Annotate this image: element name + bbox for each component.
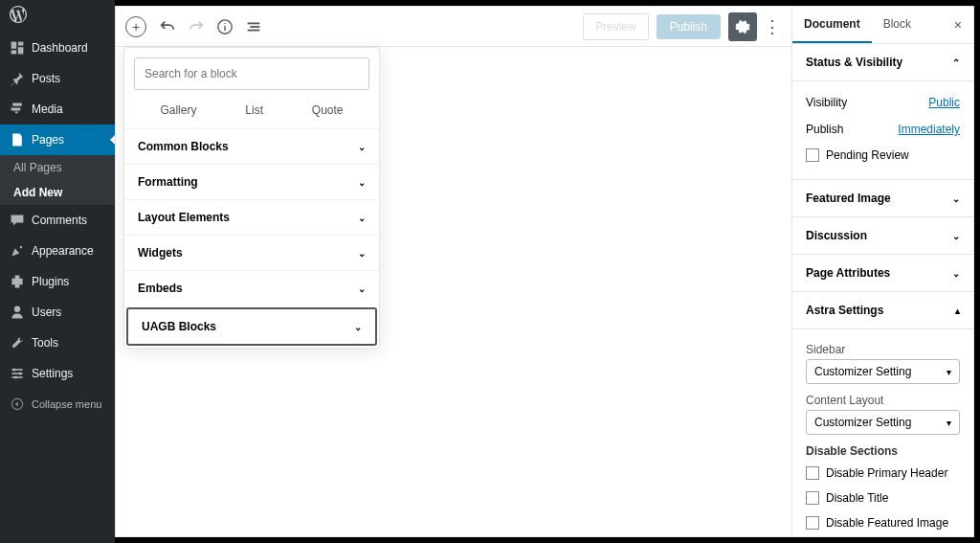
comments-icon [10, 213, 25, 228]
checkbox-icon [806, 516, 819, 530]
section-discussion[interactable]: Discussion⌄ [792, 217, 973, 255]
publish-value[interactable]: Immediately [898, 123, 960, 136]
astra-sidebar-select[interactable]: Customizer Setting▾ [806, 359, 960, 384]
info-button[interactable] [212, 13, 238, 40]
chevron-down-icon: ⌄ [358, 248, 366, 259]
checkbox-icon [806, 148, 819, 162]
dashboard-icon [10, 40, 25, 56]
status-body: Visibility Public Publish Immediately Pe… [792, 81, 973, 180]
sidebar-item-comments[interactable]: Comments [0, 205, 115, 236]
outline-button[interactable] [240, 13, 267, 40]
more-options-button[interactable]: ⋮ [763, 12, 782, 41]
collapse-menu-button[interactable]: Collapse menu [0, 389, 115, 419]
sidebar-item-posts[interactable]: Posts [0, 63, 115, 94]
inserter-tab-quote[interactable]: Quote [304, 100, 351, 121]
redo-button[interactable] [183, 13, 210, 40]
sidebar-subitem-add-new[interactable]: Add New [0, 180, 115, 205]
collapse-label: Collapse menu [32, 398, 101, 410]
appearance-icon [10, 243, 25, 259]
chevron-down-icon: ⌄ [952, 268, 960, 279]
section-status-visibility[interactable]: Status & Visibility ⌃ [792, 44, 973, 81]
collapse-icon [10, 396, 25, 412]
disable-title-checkbox[interactable]: Disable Title [806, 486, 960, 510]
svg-rect-1 [18, 42, 24, 46]
inserter-categories[interactable]: Common Blocks⌄ Formatting⌄ Layout Elemen… [124, 128, 379, 348]
sidebar-item-label: Settings [32, 367, 73, 380]
section-featured-image[interactable]: Featured Image⌄ [792, 180, 973, 217]
publish-button[interactable]: Publish [657, 14, 721, 39]
sidebar-item-plugins[interactable]: Plugins [0, 266, 115, 297]
editor-frame: + Preview Publish ⋮ Gallery List Quote [115, 6, 974, 537]
svg-point-8 [12, 368, 15, 371]
sidebar-item-media[interactable]: Media [0, 94, 115, 124]
category-embeds[interactable]: Embeds⌄ [124, 270, 379, 305]
editor-main: + Preview Publish ⋮ Gallery List Quote [116, 7, 791, 536]
category-common-blocks[interactable]: Common Blocks⌄ [124, 128, 379, 164]
category-formatting[interactable]: Formatting⌄ [124, 164, 379, 199]
sidebar-item-tools[interactable]: Tools [0, 328, 115, 358]
category-uagb-blocks[interactable]: UAGB Blocks⌄ [126, 307, 377, 346]
settings-toggle-button[interactable] [728, 12, 757, 41]
block-search-input[interactable] [134, 57, 369, 90]
sidebar-item-label: Users [32, 305, 61, 319]
category-layout-elements[interactable]: Layout Elements⌄ [124, 199, 379, 235]
tab-document[interactable]: Document [792, 7, 872, 43]
svg-rect-14 [250, 26, 259, 28]
pin-icon [10, 71, 25, 86]
checkbox-icon [806, 491, 819, 505]
sidebar-item-label: Posts [32, 72, 60, 85]
sidebar-item-label: Appearance [32, 244, 94, 258]
wordpress-logo-icon[interactable] [0, 0, 115, 33]
admin-sidebar: Dashboard Posts Media Pages All Pages Ad… [0, 0, 115, 543]
inserter-tab-gallery[interactable]: Gallery [152, 100, 204, 121]
section-page-attributes[interactable]: Page Attributes⌄ [792, 255, 973, 292]
plugins-icon [10, 274, 25, 289]
chevron-up-icon: ⌃ [952, 57, 960, 68]
sidebar-item-dashboard[interactable]: Dashboard [0, 33, 115, 63]
sidebar-item-users[interactable]: Users [0, 297, 115, 328]
section-astra-settings[interactable]: Astra Settings▴ [792, 292, 973, 329]
settings-panel: Document Block × Status & Visibility ⌃ V… [791, 7, 973, 536]
add-block-button[interactable]: + [125, 16, 146, 37]
chevron-down-icon: ⌄ [358, 177, 366, 188]
astra-content-label: Content Layout [806, 388, 960, 410]
svg-point-4 [14, 306, 20, 312]
svg-rect-2 [18, 47, 24, 54]
svg-rect-13 [248, 22, 260, 24]
visibility-value[interactable]: Public [928, 96, 960, 109]
sidebar-subitem-all-pages[interactable]: All Pages [0, 155, 115, 180]
editor-topbar: + Preview Publish ⋮ [116, 7, 791, 47]
visibility-label: Visibility [806, 96, 847, 109]
preview-button[interactable]: Preview [583, 13, 649, 40]
sidebar-item-label: Tools [32, 336, 58, 350]
sidebar-item-label: Dashboard [32, 41, 88, 55]
svg-point-9 [19, 372, 22, 374]
disable-featured-image-checkbox[interactable]: Disable Featured Image [806, 510, 960, 535]
inserter-tab-list[interactable]: List [237, 100, 271, 121]
chevron-down-icon: ▾ [947, 418, 951, 428]
sidebar-item-pages[interactable]: Pages [0, 124, 115, 155]
disable-primary-header-checkbox[interactable]: Disable Primary Header [806, 461, 960, 486]
category-widgets[interactable]: Widgets⌄ [124, 235, 379, 270]
publish-label: Publish [806, 123, 843, 136]
chevron-down-icon: ⌄ [952, 231, 960, 241]
svg-rect-3 [11, 50, 17, 54]
astra-body: Sidebar Customizer Setting▾ Content Layo… [792, 329, 973, 536]
disable-footer-bar-checkbox[interactable]: Disable Footer Bar [806, 535, 960, 536]
pending-review-checkbox[interactable]: Pending Review [806, 143, 960, 168]
astra-content-select[interactable]: Customizer Setting▾ [806, 410, 960, 435]
media-icon [10, 102, 25, 117]
sidebar-item-settings[interactable]: Settings [0, 358, 115, 389]
tools-icon [10, 335, 25, 351]
checkbox-icon [806, 466, 819, 480]
tab-block[interactable]: Block [872, 7, 923, 43]
editor-canvas[interactable]: Gallery List Quote Common Blocks⌄ Format… [116, 47, 791, 536]
sidebar-item-appearance[interactable]: Appearance [0, 236, 115, 266]
chevron-down-icon: ▾ [947, 367, 951, 377]
undo-button[interactable] [154, 13, 181, 40]
sidebar-item-label: Plugins [32, 275, 69, 288]
close-panel-button[interactable]: × [943, 7, 973, 43]
svg-rect-15 [248, 29, 260, 31]
users-icon [10, 305, 25, 320]
chevron-up-icon: ▴ [955, 305, 960, 316]
